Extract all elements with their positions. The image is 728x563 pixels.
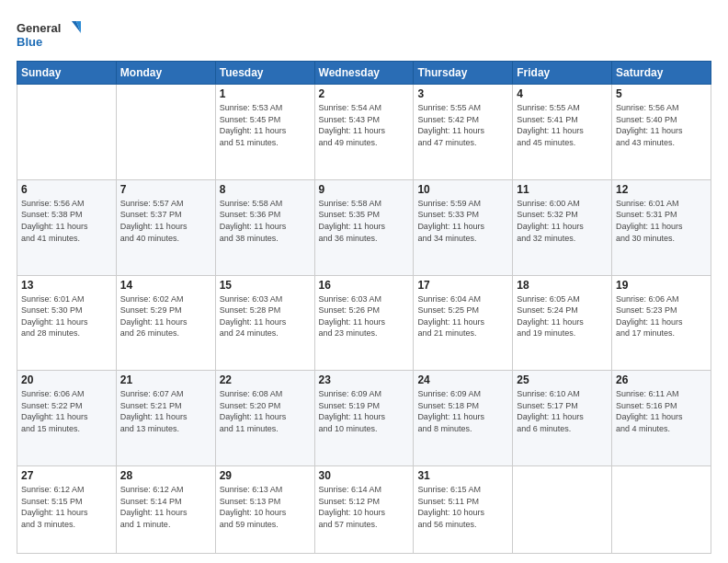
logo-svg: General Blue bbox=[17, 17, 81, 53]
calendar-table: SundayMondayTuesdayWednesdayThursdayFrid… bbox=[17, 61, 711, 554]
calendar-cell bbox=[17, 85, 117, 180]
day-number: 31 bbox=[417, 469, 508, 482]
day-info: Sunrise: 6:07 AMSunset: 5:21 PMDaylight:… bbox=[120, 388, 211, 434]
calendar-cell: 26Sunrise: 6:11 AMSunset: 5:16 PMDayligh… bbox=[612, 371, 711, 466]
weekday-tuesday: Tuesday bbox=[215, 62, 314, 85]
header: General Blue bbox=[17, 17, 711, 53]
day-info: Sunrise: 6:06 AMSunset: 5:23 PMDaylight:… bbox=[616, 293, 707, 339]
day-number: 8 bbox=[220, 183, 311, 196]
day-number: 19 bbox=[616, 279, 707, 292]
day-number: 24 bbox=[417, 373, 508, 386]
calendar-cell bbox=[612, 466, 711, 554]
weekday-monday: Monday bbox=[116, 62, 215, 85]
calendar-cell: 1Sunrise: 5:53 AMSunset: 5:45 PMDaylight… bbox=[215, 85, 314, 180]
calendar-cell: 8Sunrise: 5:58 AMSunset: 5:36 PMDaylight… bbox=[215, 179, 314, 275]
day-info: Sunrise: 6:09 AMSunset: 5:18 PMDaylight:… bbox=[417, 388, 508, 434]
weekday-friday: Friday bbox=[513, 62, 612, 85]
calendar-cell: 11Sunrise: 6:00 AMSunset: 5:32 PMDayligh… bbox=[513, 179, 612, 275]
day-info: Sunrise: 5:56 AMSunset: 5:38 PMDaylight:… bbox=[21, 198, 112, 244]
calendar-cell: 16Sunrise: 6:03 AMSunset: 5:26 PMDayligh… bbox=[314, 275, 414, 371]
calendar-cell: 21Sunrise: 6:07 AMSunset: 5:21 PMDayligh… bbox=[116, 371, 215, 466]
calendar-cell: 27Sunrise: 6:12 AMSunset: 5:15 PMDayligh… bbox=[17, 466, 117, 554]
calendar-cell: 22Sunrise: 6:08 AMSunset: 5:20 PMDayligh… bbox=[215, 371, 314, 466]
weekday-header-row: SundayMondayTuesdayWednesdayThursdayFrid… bbox=[17, 62, 711, 85]
day-info: Sunrise: 6:05 AMSunset: 5:24 PMDaylight:… bbox=[517, 293, 608, 339]
calendar-week-row: 13Sunrise: 6:01 AMSunset: 5:30 PMDayligh… bbox=[17, 275, 711, 371]
svg-text:Blue: Blue bbox=[17, 35, 42, 49]
day-number: 25 bbox=[517, 373, 608, 386]
calendar-cell: 23Sunrise: 6:09 AMSunset: 5:19 PMDayligh… bbox=[314, 371, 414, 466]
calendar-week-row: 6Sunrise: 5:56 AMSunset: 5:38 PMDaylight… bbox=[17, 179, 711, 275]
weekday-wednesday: Wednesday bbox=[314, 62, 414, 85]
day-info: Sunrise: 6:04 AMSunset: 5:25 PMDaylight:… bbox=[417, 293, 508, 339]
calendar-cell: 15Sunrise: 6:03 AMSunset: 5:28 PMDayligh… bbox=[215, 275, 314, 371]
calendar-cell: 5Sunrise: 5:56 AMSunset: 5:40 PMDaylight… bbox=[612, 85, 711, 180]
day-number: 26 bbox=[616, 373, 707, 386]
calendar-cell: 30Sunrise: 6:14 AMSunset: 5:12 PMDayligh… bbox=[314, 466, 414, 554]
day-info: Sunrise: 6:12 AMSunset: 5:14 PMDaylight:… bbox=[120, 484, 211, 530]
day-info: Sunrise: 6:03 AMSunset: 5:28 PMDaylight:… bbox=[220, 293, 311, 339]
calendar-cell: 6Sunrise: 5:56 AMSunset: 5:38 PMDaylight… bbox=[17, 179, 117, 275]
day-number: 5 bbox=[616, 87, 707, 100]
day-info: Sunrise: 5:58 AMSunset: 5:36 PMDaylight:… bbox=[220, 198, 311, 244]
day-number: 4 bbox=[517, 87, 608, 100]
weekday-sunday: Sunday bbox=[17, 62, 117, 85]
day-number: 12 bbox=[616, 183, 707, 196]
calendar-cell: 29Sunrise: 6:13 AMSunset: 5:13 PMDayligh… bbox=[215, 466, 314, 554]
day-number: 18 bbox=[517, 279, 608, 292]
day-number: 6 bbox=[21, 183, 112, 196]
day-number: 11 bbox=[517, 183, 608, 196]
day-info: Sunrise: 6:09 AMSunset: 5:19 PMDaylight:… bbox=[319, 388, 410, 434]
day-info: Sunrise: 6:12 AMSunset: 5:15 PMDaylight:… bbox=[21, 484, 112, 530]
calendar-cell: 20Sunrise: 6:06 AMSunset: 5:22 PMDayligh… bbox=[17, 371, 117, 466]
calendar-cell bbox=[513, 466, 612, 554]
day-number: 30 bbox=[319, 469, 410, 482]
day-info: Sunrise: 6:11 AMSunset: 5:16 PMDaylight:… bbox=[616, 388, 707, 434]
calendar-cell: 2Sunrise: 5:54 AMSunset: 5:43 PMDaylight… bbox=[314, 85, 414, 180]
day-info: Sunrise: 6:01 AMSunset: 5:30 PMDaylight:… bbox=[21, 293, 112, 339]
day-info: Sunrise: 6:14 AMSunset: 5:12 PMDaylight:… bbox=[319, 484, 410, 530]
day-info: Sunrise: 6:08 AMSunset: 5:20 PMDaylight:… bbox=[220, 388, 311, 434]
calendar-cell: 14Sunrise: 6:02 AMSunset: 5:29 PMDayligh… bbox=[116, 275, 215, 371]
day-number: 1 bbox=[220, 87, 311, 100]
day-number: 9 bbox=[319, 183, 410, 196]
day-number: 21 bbox=[120, 373, 211, 386]
day-number: 14 bbox=[120, 279, 211, 292]
day-number: 17 bbox=[417, 279, 508, 292]
day-info: Sunrise: 5:56 AMSunset: 5:40 PMDaylight:… bbox=[616, 102, 707, 148]
calendar-cell: 19Sunrise: 6:06 AMSunset: 5:23 PMDayligh… bbox=[612, 275, 711, 371]
day-number: 13 bbox=[21, 279, 112, 292]
day-info: Sunrise: 5:53 AMSunset: 5:45 PMDaylight:… bbox=[220, 102, 311, 148]
calendar-cell: 3Sunrise: 5:55 AMSunset: 5:42 PMDaylight… bbox=[414, 85, 513, 180]
calendar-cell: 10Sunrise: 5:59 AMSunset: 5:33 PMDayligh… bbox=[414, 179, 513, 275]
day-info: Sunrise: 6:01 AMSunset: 5:31 PMDaylight:… bbox=[616, 198, 707, 244]
calendar-week-row: 20Sunrise: 6:06 AMSunset: 5:22 PMDayligh… bbox=[17, 371, 711, 466]
day-info: Sunrise: 5:55 AMSunset: 5:42 PMDaylight:… bbox=[417, 102, 508, 148]
day-number: 20 bbox=[21, 373, 112, 386]
day-number: 23 bbox=[319, 373, 410, 386]
day-info: Sunrise: 6:10 AMSunset: 5:17 PMDaylight:… bbox=[517, 388, 608, 434]
day-info: Sunrise: 6:02 AMSunset: 5:29 PMDaylight:… bbox=[120, 293, 211, 339]
day-number: 22 bbox=[220, 373, 311, 386]
day-number: 10 bbox=[417, 183, 508, 196]
day-info: Sunrise: 5:58 AMSunset: 5:35 PMDaylight:… bbox=[319, 198, 410, 244]
day-number: 7 bbox=[120, 183, 211, 196]
logo: General Blue bbox=[17, 17, 81, 53]
weekday-saturday: Saturday bbox=[612, 62, 711, 85]
calendar-cell: 31Sunrise: 6:15 AMSunset: 5:11 PMDayligh… bbox=[414, 466, 513, 554]
page: General Blue SundayMondayTuesdayWednesda… bbox=[0, 0, 728, 563]
day-info: Sunrise: 5:55 AMSunset: 5:41 PMDaylight:… bbox=[517, 102, 608, 148]
calendar-cell: 9Sunrise: 5:58 AMSunset: 5:35 PMDaylight… bbox=[314, 179, 414, 275]
svg-text:General: General bbox=[17, 21, 61, 35]
calendar-cell: 17Sunrise: 6:04 AMSunset: 5:25 PMDayligh… bbox=[414, 275, 513, 371]
day-info: Sunrise: 6:15 AMSunset: 5:11 PMDaylight:… bbox=[417, 484, 508, 530]
day-number: 15 bbox=[220, 279, 311, 292]
day-info: Sunrise: 5:59 AMSunset: 5:33 PMDaylight:… bbox=[417, 198, 508, 244]
calendar-cell: 12Sunrise: 6:01 AMSunset: 5:31 PMDayligh… bbox=[612, 179, 711, 275]
day-number: 16 bbox=[319, 279, 410, 292]
day-info: Sunrise: 6:03 AMSunset: 5:26 PMDaylight:… bbox=[319, 293, 410, 339]
day-number: 2 bbox=[319, 87, 410, 100]
day-info: Sunrise: 5:54 AMSunset: 5:43 PMDaylight:… bbox=[319, 102, 410, 148]
day-info: Sunrise: 6:06 AMSunset: 5:22 PMDaylight:… bbox=[21, 388, 112, 434]
day-info: Sunrise: 6:13 AMSunset: 5:13 PMDaylight:… bbox=[220, 484, 311, 530]
